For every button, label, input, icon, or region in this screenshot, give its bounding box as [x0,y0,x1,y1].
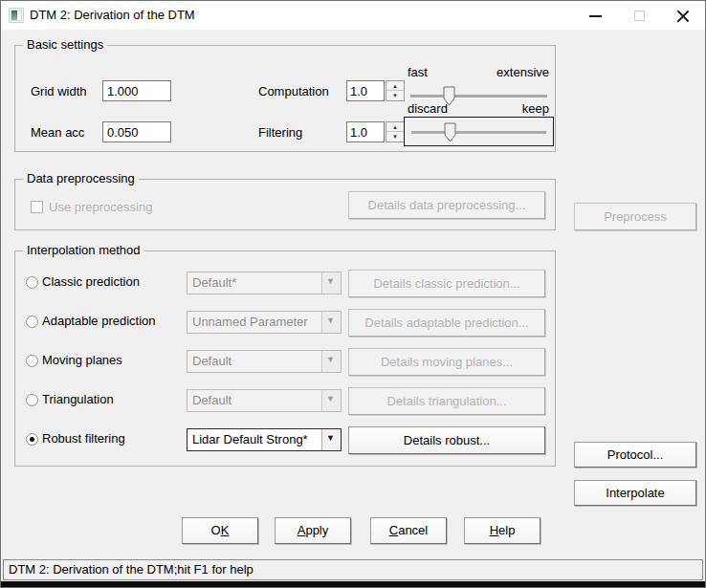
computation-spin-up-icon[interactable]: ▲ [386,81,404,91]
moving-planes-dropdown: Default ▼ [187,350,342,373]
help-button[interactable]: Help [464,517,541,544]
ok-button[interactable]: OK [182,517,258,544]
apply-button[interactable]: Apply [275,517,351,544]
group-basic-settings: Basic settings Grid width Mean acc Compu… [14,45,556,152]
chevron-down-icon: ▼ [326,433,335,443]
classic-prediction-dropdown: Default* ▼ [187,272,342,294]
title-bar: DTM 2: Derivation of the DTM [1,1,705,30]
interpolate-button[interactable]: Interpolate [574,480,696,506]
filtering-spin-down-icon[interactable]: ▼ [386,132,404,142]
mean-acc-input[interactable] [102,121,171,142]
filtering-spinner-input[interactable] [346,121,385,142]
adaptable-prediction-dropdown: Unnamed Parameter ▼ [187,311,342,334]
group-interpolation-method-legend: Interpolation method [23,243,144,257]
cancel-button[interactable]: Cancel [370,517,447,544]
status-bar: DTM 2: Derivation of the DTM;hit F1 for … [3,559,703,580]
chevron-down-icon: ▼ [326,394,335,403]
close-button[interactable] [665,1,699,30]
close-icon [676,10,689,22]
details-moving-planes-button: Details moving planes... [348,348,545,376]
filtering-spin-up-icon[interactable]: ▲ [386,122,404,132]
radio-robust-filtering-label: Robust filtering [42,431,125,446]
app-icon[interactable] [9,8,24,23]
details-robust-button[interactable]: Details robust... [348,426,545,454]
computation-spin-down-icon[interactable]: ▼ [386,91,404,100]
mean-acc-label: Mean acc [31,125,84,140]
group-basic-settings-legend: Basic settings [23,37,107,52]
robust-filtering-dropdown[interactable]: Lidar Default Strong* ▼ [187,428,342,451]
details-data-preprocessing-button: Details data preprocessing... [348,191,545,219]
computation-label: Computation [258,84,329,98]
computation-slider-right-label: extensive [496,65,549,79]
grid-width-input[interactable] [102,80,171,101]
filtering-slider[interactable] [404,117,554,146]
maximize-icon [634,11,645,21]
radio-moving-planes-label: Moving planes [42,353,122,367]
use-preprocessing-checkbox [31,201,43,213]
maximize-button [622,1,656,30]
radio-triangulation[interactable] [26,394,38,406]
group-data-preprocessing-legend: Data preprocessing [23,171,139,185]
chevron-down-icon: ▼ [326,355,335,364]
group-data-preprocessing: Data preprocessing Use preprocessing Det… [14,179,556,230]
radio-moving-planes[interactable] [26,355,38,367]
bottom-edge-strip [1,581,705,588]
filtering-slider-track[interactable] [411,131,546,134]
minimize-button[interactable] [579,1,613,30]
radio-robust-filtering[interactable] [26,433,38,446]
radio-adaptable-prediction-label: Adaptable prediction [42,314,156,328]
triangulation-dropdown: Default ▼ [187,389,342,412]
filtering-slider-thumb[interactable] [444,122,456,142]
details-triangulation-button: Details triangulation... [348,387,545,415]
chevron-down-icon: ▼ [326,276,335,286]
minimize-icon [589,15,602,17]
computation-slider-left-label: fast [408,65,428,79]
protocol-button[interactable]: Protocol... [574,442,696,468]
use-preprocessing-label: Use preprocessing [49,200,152,214]
window-title: DTM 2: Derivation of the DTM [30,1,195,30]
computation-spinner-input[interactable] [346,80,385,101]
details-classic-prediction-button: Details classic prediction... [348,270,545,297]
radio-classic-prediction[interactable] [26,276,38,289]
preprocess-button: Preprocess [574,203,696,230]
dialog-window: DTM 2: Derivation of the DTM Basic setti… [0,0,706,588]
radio-adaptable-prediction[interactable] [26,316,38,328]
chevron-down-icon: ▼ [326,316,335,325]
grid-width-label: Grid width [31,84,87,98]
filtering-slider-right-label: keep [522,101,549,116]
group-interpolation-method: Interpolation method Classic prediction … [14,250,556,467]
filtering-label: Filtering [258,125,302,140]
filtering-slider-left-label: discard [408,101,448,116]
details-adaptable-prediction-button: Details adaptable prediction... [348,309,545,337]
computation-slider-track[interactable] [410,95,547,98]
radio-triangulation-label: Triangulation [42,392,114,406]
radio-classic-prediction-label: Classic prediction [42,274,140,289]
